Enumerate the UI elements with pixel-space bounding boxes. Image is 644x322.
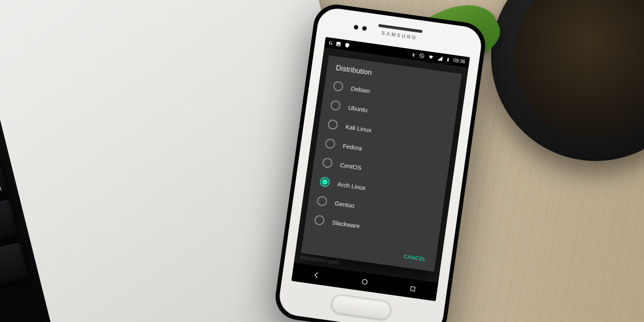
wifi-icon xyxy=(427,54,435,60)
home-button[interactable] xyxy=(330,293,392,320)
distribution-option-label: Fedora xyxy=(343,142,362,151)
nav-home-button[interactable] xyxy=(356,273,374,291)
signal-icon xyxy=(437,55,443,62)
distribution-list: DebianUbuntuKali LinuxFedoraCentOSArch L… xyxy=(304,75,459,252)
do-not-disturb-icon xyxy=(419,53,425,59)
radio-icon xyxy=(325,138,336,149)
radio-icon xyxy=(319,176,330,187)
shield-icon xyxy=(344,42,351,49)
radio-icon xyxy=(333,81,344,92)
distribution-dialog: Distribution DebianUbuntuKali LinuxFedor… xyxy=(301,55,462,272)
screen: G xyxy=(291,37,470,301)
cancel-button[interactable]: CANCEL xyxy=(399,250,431,266)
distribution-option-label: Debian xyxy=(351,85,370,94)
radio-icon xyxy=(327,119,338,130)
svg-rect-3 xyxy=(411,286,415,291)
radio-icon xyxy=(317,196,328,206)
g-icon: G xyxy=(328,40,333,46)
radio-icon xyxy=(322,157,333,168)
radio-icon xyxy=(330,100,341,111)
svg-point-2 xyxy=(362,279,368,285)
key-blank[interactable] xyxy=(0,242,29,290)
nav-back-button[interactable] xyxy=(308,266,326,284)
image-icon xyxy=(335,41,342,47)
radio-icon xyxy=(314,215,325,226)
scene: ⏻ delete enter return shift ◀ ▲ ▶ xyxy=(0,0,644,322)
nav-recents-button[interactable] xyxy=(404,279,422,297)
distribution-option-label: Ubuntu xyxy=(348,104,368,114)
distribution-option-label: Kali Linux xyxy=(345,123,372,133)
distribution-option-label: CentOS xyxy=(340,161,362,171)
bluetooth-icon xyxy=(411,52,416,58)
svg-line-1 xyxy=(420,54,423,58)
battery-icon xyxy=(446,56,450,63)
distribution-option-label: Gentoo xyxy=(334,200,355,209)
distribution-option-label: Arch Linux xyxy=(337,180,366,191)
laptop-speaker-grille xyxy=(0,0,250,149)
key-blank[interactable] xyxy=(0,200,19,248)
distribution-option-label: Slackware xyxy=(332,219,360,229)
status-time: 09:36 xyxy=(453,58,466,65)
phone-brand: SAMSUNG xyxy=(381,30,417,41)
